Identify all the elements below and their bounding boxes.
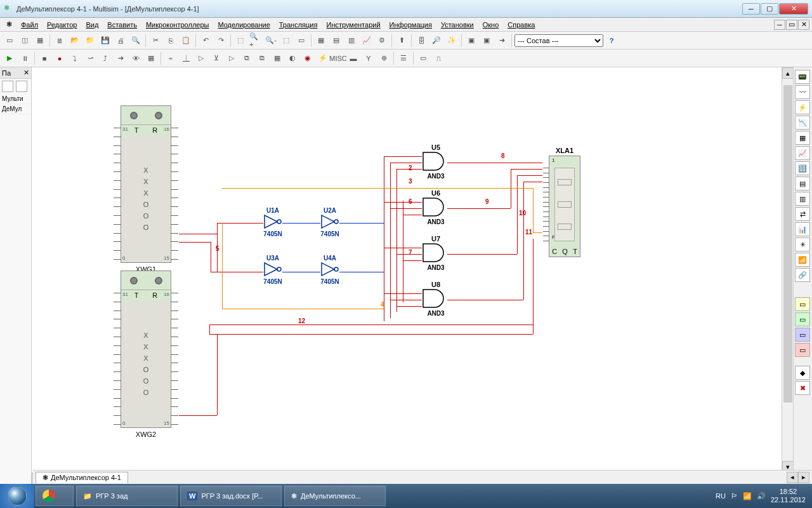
src-mixed-icon[interactable]: ◐	[285, 51, 299, 65]
instr-ivanalyzer-icon[interactable]: 📊	[795, 222, 810, 236]
zoom-fit-icon[interactable]: ⬚	[233, 34, 247, 48]
step-into-icon[interactable]: ⤵	[68, 51, 82, 65]
src-transistor-icon[interactable]: ⊻	[209, 51, 223, 65]
instr-network-icon[interactable]: 🔗	[795, 268, 810, 282]
component-xwg1[interactable]: 31 16 0 15 TR XXX OOO	[121, 105, 171, 263]
tab-scroll-left-icon[interactable]: ◂	[787, 472, 798, 483]
zoom-in-icon[interactable]: 🔍+	[249, 34, 263, 48]
save-icon[interactable]: 💾	[98, 34, 112, 48]
component-u7[interactable]	[422, 243, 450, 263]
memory-icon[interactable]: ▦	[144, 51, 158, 65]
instr-logicconv-icon[interactable]: ⇄	[795, 207, 810, 221]
pause-icon[interactable]: ⏸	[18, 51, 32, 65]
tray-volume-icon[interactable]: 🔊	[757, 492, 766, 500]
src-misc-icon[interactable]: MISC	[331, 51, 345, 65]
breakpoint-icon[interactable]: ●	[53, 51, 67, 65]
place-junction-icon[interactable]: ⎍	[431, 51, 445, 65]
help-icon[interactable]: ?	[605, 34, 619, 48]
stop-icon[interactable]: ■	[37, 51, 51, 65]
view-detail-icon[interactable]: ▦	[33, 34, 47, 48]
instr-tek-scope-icon[interactable]: ▭	[795, 343, 810, 357]
component-u2a[interactable]	[320, 214, 339, 229]
mdi-minimize[interactable]: ─	[774, 20, 785, 30]
comp-search-icon[interactable]: 🔎	[429, 34, 443, 48]
component-xla1[interactable]: 1 F CQT	[549, 156, 580, 257]
menu-model[interactable]: Моделирование	[214, 20, 273, 30]
redo-icon[interactable]: ↷	[214, 34, 228, 48]
toolbox-view1-icon[interactable]	[2, 81, 13, 92]
src-ttl-icon[interactable]: ⧉	[240, 51, 254, 65]
tab-scroll-right-icon[interactable]: ▸	[798, 472, 809, 483]
toolbox-item-mux[interactable]: Мульти	[0, 94, 31, 104]
instr-labview-icon[interactable]: ◆	[795, 366, 810, 380]
src-diode-icon[interactable]: ▷	[194, 51, 208, 65]
menu-instr[interactable]: Инструментарий	[322, 20, 384, 30]
toolbox-view2-icon[interactable]	[16, 81, 27, 92]
menu-window[interactable]: Окно	[479, 20, 503, 30]
run-icon[interactable]: ▶	[3, 51, 16, 65]
instr-bode-icon[interactable]: 📈	[795, 146, 810, 160]
src-advanced-icon[interactable]: ▬	[346, 51, 360, 65]
undo-icon[interactable]: ↶	[199, 34, 213, 48]
component-u8[interactable]	[422, 288, 450, 309]
postproc-icon[interactable]: ⚙	[375, 34, 389, 48]
paste-icon[interactable]: 📋	[179, 34, 193, 48]
graph-icon[interactable]: 📈	[360, 34, 374, 48]
open2-icon[interactable]: 📁	[83, 34, 97, 48]
src-rf-icon[interactable]: Y	[362, 51, 376, 65]
src-cmos-icon[interactable]: ⧉	[255, 51, 269, 65]
component-u6[interactable]	[422, 197, 450, 217]
menu-trans[interactable]: Трансляция	[275, 20, 322, 30]
instr-distortion-icon[interactable]: ✳	[795, 237, 810, 251]
src-power-icon[interactable]: ⚡	[316, 51, 330, 65]
src-analog-icon[interactable]: ▷	[225, 51, 239, 65]
instr-agilent-scope-icon[interactable]: ▭	[795, 328, 810, 342]
comp-db-icon[interactable]: 🗄	[414, 34, 428, 48]
menu-info[interactable]: Информация	[386, 20, 436, 30]
ultiboard-icon[interactable]: ▣	[464, 34, 478, 48]
instr-funcgen-icon[interactable]: 〰	[795, 85, 810, 99]
maximize-button[interactable]: ▢	[761, 3, 778, 15]
cut-icon[interactable]: ✂	[148, 34, 162, 48]
src-misc-digital-icon[interactable]: ▦	[270, 51, 284, 65]
tray-clock[interactable]: 18:52 22.11.2012	[771, 488, 806, 504]
instr-4scope-icon[interactable]: ▦	[795, 131, 810, 145]
tray-network-icon[interactable]: 📶	[743, 492, 752, 500]
instr-logicanalyzer-icon[interactable]: ▥	[795, 192, 810, 206]
step-to-icon[interactable]: ➔	[114, 51, 128, 65]
src-electro-icon[interactable]: ⊕	[377, 51, 391, 65]
zoom-out-icon[interactable]: 🔍-	[264, 34, 278, 48]
component-u5[interactable]	[422, 151, 450, 171]
compose-select[interactable]: --- Состав ---	[514, 34, 603, 47]
copy-icon[interactable]: ⎘	[164, 34, 178, 48]
instr-probe-icon[interactable]: ✖	[795, 381, 810, 395]
taskbar-word[interactable]: WРГР 3 зад.docx [Р...	[180, 486, 282, 506]
toolbox-close-icon[interactable]: ✕	[23, 69, 29, 77]
open-icon[interactable]: 📂	[68, 34, 82, 48]
export-icon[interactable]: ➜	[495, 34, 509, 48]
step-out-icon[interactable]: ⤴	[98, 51, 112, 65]
zoom-area-icon[interactable]: ⬚	[279, 34, 293, 48]
document-tab[interactable]: ❃ ДеМультиплексор 4-1	[36, 472, 128, 483]
sheet-icon[interactable]: ▦	[314, 34, 328, 48]
menu-setup[interactable]: Установки	[437, 20, 478, 30]
start-button[interactable]	[0, 484, 34, 508]
ultiboard2-icon[interactable]: ▣	[480, 34, 494, 48]
instr-agilent-fgen-icon[interactable]: ▭	[795, 297, 810, 311]
minimize-button[interactable]: ─	[742, 3, 760, 15]
scroll-up-icon[interactable]: ▴	[782, 67, 793, 79]
instr-spectrum-icon[interactable]: 📶	[795, 253, 810, 267]
close-button[interactable]: ✕	[779, 3, 808, 15]
src-indicator-icon[interactable]: ◉	[301, 51, 315, 65]
watch-icon[interactable]: 👁	[129, 51, 143, 65]
spreadsheet-icon[interactable]: ▤	[329, 34, 343, 48]
component-u4a[interactable]	[320, 262, 339, 277]
place-hier-icon[interactable]: ▭	[416, 51, 430, 65]
src-basic-icon[interactable]: ÷	[164, 51, 178, 65]
comp-wizard-icon[interactable]: ✨	[445, 34, 459, 48]
taskbar-folder[interactable]: 📁РГР 3 зад	[76, 486, 178, 506]
netlist-icon[interactable]: ▥	[344, 34, 358, 48]
schematic-canvas[interactable]: 31 16 0 15 TR XXX OOO XWG1	[32, 67, 782, 472]
zoom-page-icon[interactable]: ▭	[294, 34, 308, 48]
component-xwg2[interactable]: 31 16 0 15 TR XXX OOO	[121, 271, 171, 428]
